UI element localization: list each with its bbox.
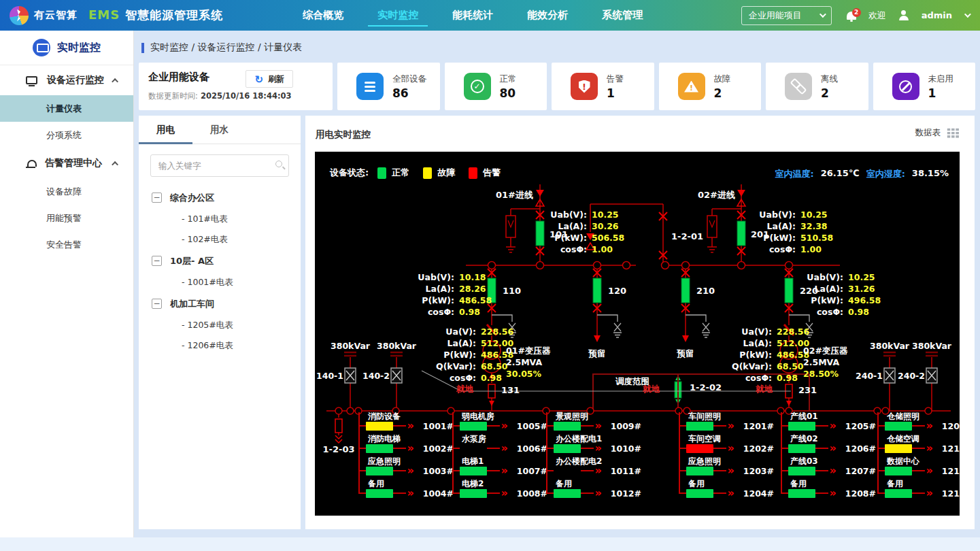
feeder-breaker[interactable] [460, 489, 487, 498]
feeder-breaker[interactable] [788, 489, 815, 498]
refresh-icon: ↻ [254, 74, 263, 84]
stat-value: 1 [928, 86, 954, 100]
breaker-120[interactable] [593, 278, 601, 303]
tab-electricity[interactable]: 用电 [139, 116, 192, 144]
meas-label: Q(kVar): [430, 361, 476, 372]
feeder-item: 应急照明 »1203# [679, 457, 774, 480]
welcome-text: 欢迎 [868, 10, 886, 22]
refresh-label: 刷新 [268, 73, 284, 85]
breaker-231-label: 231 [798, 385, 817, 395]
feeder-breaker[interactable] [788, 467, 815, 475]
feeder-number: 1208# [845, 488, 876, 499]
tree-item-meter[interactable]: - 102#电表 [139, 229, 301, 250]
feeder-item: 景观照明 »1009# [546, 412, 641, 435]
breaker-1-2-03[interactable] [335, 419, 342, 433]
collapse-icon[interactable]: − [152, 299, 162, 309]
feeder-breaker[interactable] [885, 489, 912, 498]
device-monitor-icon [26, 76, 37, 84]
refresh-button[interactable]: ↻ 刷新 [246, 70, 293, 88]
feeder-breaker[interactable] [554, 444, 581, 453]
breaker-220[interactable] [785, 278, 793, 303]
meas-value: 32.38 [800, 220, 828, 232]
tree-group-office[interactable]: − 综合办公区 [139, 186, 301, 209]
incomer1-label: 01#进线 [473, 189, 533, 201]
feeder-arrow-icon: » [501, 467, 507, 475]
nav-item-consumption[interactable]: 能耗统计 [451, 1, 494, 29]
sidebar-item-safety-alarm[interactable]: 安全告警 [0, 231, 133, 258]
feeder-arrow-icon: » [407, 422, 413, 430]
feeder-breaker[interactable] [554, 489, 581, 498]
notifications-button[interactable]: 2 [847, 12, 856, 20]
stat-card: 未启用 1 [873, 63, 976, 110]
incomer2-label: 02#进线 [675, 189, 735, 201]
search-input[interactable] [150, 154, 289, 177]
tree-item-meter[interactable]: - 1206#电表 [139, 335, 301, 356]
feeder-breaker[interactable] [686, 467, 713, 475]
feeder-breaker[interactable] [366, 444, 393, 453]
nav-item-realtime[interactable]: 实时监控 [376, 1, 420, 29]
project-selector[interactable]: 企业用能项目 [741, 6, 832, 25]
top-navbar: 有云智算 EMS 智慧能源管理系统 综合概览 实时监控 能耗统计 能效分析 系统… [0, 0, 980, 31]
sidebar-group-label: 告警管理中心 [45, 157, 102, 169]
meas-label: cosΦ: [417, 306, 454, 318]
feeder-breaker[interactable] [686, 422, 713, 431]
main-nav: 综合概览 实时监控 能耗统计 能效分析 系统管理 [301, 1, 644, 29]
tree-item-meter[interactable]: - 1001#电表 [139, 272, 301, 293]
feeder-breaker[interactable] [554, 467, 581, 475]
meas-label: cosΦ: [549, 244, 587, 255]
username[interactable]: admin [922, 10, 952, 20]
nav-item-system[interactable]: 系统管理 [601, 1, 644, 29]
sidebar-item-energy-warning[interactable]: 用能预警 [0, 205, 133, 231]
feeder-breaker[interactable] [885, 467, 912, 475]
feeder-breaker[interactable] [366, 467, 393, 475]
sidebar-header: 实时监控 [0, 31, 133, 65]
transformer2-name: 02#变压器 [803, 346, 847, 357]
feeder-breaker[interactable] [554, 422, 581, 431]
table-grid-icon [947, 128, 960, 139]
breaker-101[interactable] [536, 221, 544, 246]
logo-icon [10, 6, 29, 25]
tree-item-meter[interactable]: - 101#电表 [139, 209, 301, 229]
feeder-breaker[interactable] [366, 489, 393, 498]
sidebar-group-alarm-center[interactable]: 告警管理中心 [0, 148, 133, 178]
feeder-breaker[interactable] [788, 444, 815, 453]
feeder-breaker[interactable] [460, 467, 487, 475]
feeder-breaker[interactable] [788, 422, 815, 431]
chevron-up-icon [112, 161, 118, 167]
feeder-breaker[interactable] [885, 422, 912, 431]
legend-swatch [469, 167, 477, 179]
nav-item-efficiency[interactable]: 能效分析 [526, 1, 569, 29]
feeder-number: 1202# [743, 444, 774, 454]
nav-item-overview[interactable]: 综合概览 [301, 1, 345, 29]
tree-item-meter[interactable]: - 1205#电表 [139, 315, 301, 335]
sidebar-group-device-monitor[interactable]: 设备运行监控 [0, 65, 133, 95]
feeder-breaker[interactable] [885, 444, 912, 453]
breaker-210[interactable] [681, 278, 690, 303]
feeder-breaker[interactable] [686, 489, 713, 498]
sidebar-item-metering[interactable]: 计量仪表 [0, 95, 133, 122]
collapse-icon[interactable]: − [152, 256, 162, 266]
feeder-breaker[interactable] [366, 422, 393, 431]
sidebar-item-subsystem[interactable]: 分项系统 [0, 122, 133, 148]
meas-label: P(kW): [549, 232, 587, 244]
breaker-201[interactable] [737, 221, 745, 246]
feeder-breaker[interactable] [460, 444, 487, 453]
feeder-breaker[interactable] [686, 444, 713, 453]
user-menu-chevron-icon[interactable] [964, 11, 971, 18]
local-mode-label: 就地 [456, 384, 473, 395]
collapse-icon[interactable]: − [152, 193, 162, 203]
fault-icon [678, 73, 705, 100]
legend-swatch [423, 167, 432, 179]
meas-label: La(A): [549, 220, 587, 232]
tree-group-floor10[interactable]: − 10层- A区 [139, 250, 301, 272]
datatable-button[interactable]: 数据表 [915, 127, 960, 139]
tab-water[interactable]: 用水 [192, 116, 246, 144]
feeder-number: 1211# [942, 466, 960, 476]
sidebar-item-device-fault[interactable]: 设备故障 [0, 178, 133, 205]
feeder-arrow-icon: » [829, 422, 836, 430]
meas-label: La(A): [430, 337, 476, 349]
meas-label: La(A): [805, 283, 843, 295]
tree-group-workshop[interactable]: − 机加工车间 [139, 293, 301, 315]
feeder-breaker[interactable] [460, 422, 487, 431]
feeder-name: 数据中心 [887, 457, 960, 466]
